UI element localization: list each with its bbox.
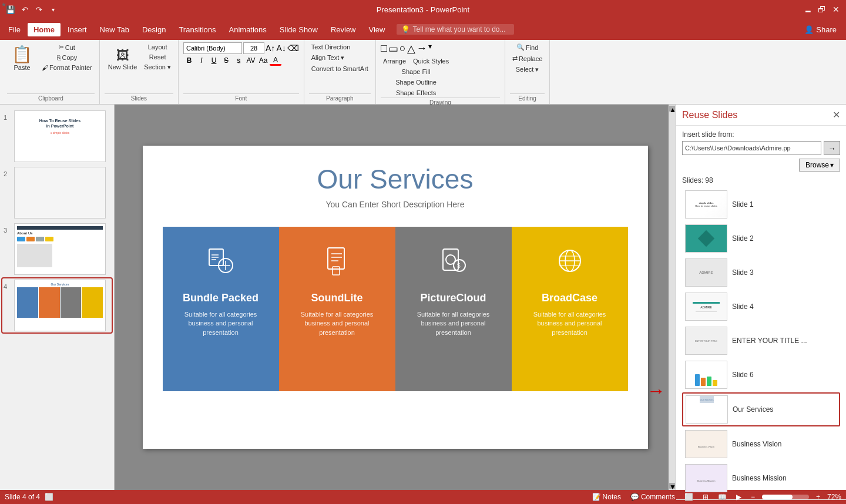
comments-button[interactable]: 💬 Comments: [628, 493, 677, 501]
decrease-font-icon[interactable]: A↓: [276, 43, 286, 53]
zoom-slider[interactable]: [762, 495, 809, 499]
slide-thumb-2[interactable]: 2: [2, 166, 112, 220]
new-slide-button[interactable]: 🖼 New Slide: [105, 42, 141, 78]
card-1-title: Bundle Packed: [183, 292, 258, 304]
menu-new-tab[interactable]: New Tab: [94, 23, 135, 36]
reuse-slide-9[interactable]: Business Mission Business Mission: [682, 462, 840, 495]
reuse-slide-thumb-4: ADMIRE: [685, 293, 727, 321]
increase-font-icon[interactable]: A↑: [266, 43, 275, 53]
reuse-slide-3[interactable]: ADMIRE Slide 3: [682, 256, 840, 289]
reuse-slide-6[interactable]: Slide 6: [682, 358, 840, 391]
card-3-desc: Suitable for all categories business and…: [405, 310, 502, 337]
share-button[interactable]: 👤 Share: [797, 23, 844, 36]
reuse-close-button[interactable]: ✕: [832, 109, 840, 120]
italic-button[interactable]: I: [196, 55, 207, 66]
menu-insert[interactable]: Insert: [62, 23, 93, 36]
notes-icon: 📝: [592, 493, 601, 501]
char-spacing-button[interactable]: AV: [245, 55, 257, 66]
title-bar: 💾 ↶ ↷ ▾ Presentation3 - PowerPoint 🗕 🗗 ✕: [0, 0, 846, 19]
service-card-2[interactable]: SoundLite Suitable for all categories bu…: [279, 227, 395, 391]
service-card-1[interactable]: Bundle Packed Suitable for all categorie…: [163, 227, 279, 391]
bold-button[interactable]: B: [183, 55, 195, 66]
menu-review[interactable]: Review: [325, 23, 362, 36]
shape-outline-button[interactable]: Shape Outline: [381, 78, 451, 87]
convert-smartart-button[interactable]: Convert to SmartArt: [309, 64, 371, 73]
shape-effects-button[interactable]: Shape Effects: [381, 88, 451, 98]
reuse-slide-1[interactable]: simple slides How to reuse slides Slide …: [682, 188, 840, 221]
zoom-in-button[interactable]: +: [814, 493, 822, 501]
shadow-button[interactable]: s: [233, 55, 244, 66]
reuse-panel: Reuse Slides ✕ Insert slide from: → Brow…: [676, 105, 846, 490]
slide-img-4: Our Services: [14, 280, 106, 331]
reading-view-button[interactable]: 📖: [716, 493, 729, 501]
reuse-slide-thumb-1: simple slides How to reuse slides: [685, 190, 727, 219]
slide-thumb-3[interactable]: 3★ About Us: [2, 222, 112, 276]
format-painter-button[interactable]: 🖌 Format Painter: [39, 63, 95, 72]
shapes-more-icon[interactable]: ▾: [428, 42, 432, 55]
shape-fill-button[interactable]: Shape Fill: [381, 67, 451, 76]
find-button[interactable]: 🔍 Find: [510, 42, 545, 52]
arrange-button[interactable]: Arrange: [381, 56, 408, 66]
paste-button[interactable]: 📋 Paste: [7, 42, 37, 73]
cut-button[interactable]: ✂ Cut: [39, 42, 95, 52]
redo-icon[interactable]: ↷: [33, 4, 45, 15]
reuse-slide-7[interactable]: Our Services Our Services: [682, 392, 840, 426]
section-button[interactable]: Section ▾: [142, 62, 173, 72]
menu-design[interactable]: Design: [136, 23, 172, 36]
font-color-button[interactable]: A: [270, 55, 281, 66]
change-case-button[interactable]: Aa: [257, 55, 269, 66]
reuse-slide-label-9: Business Mission: [732, 474, 787, 482]
restore-icon[interactable]: 🗗: [817, 4, 827, 15]
zoom-out-button[interactable]: −: [748, 493, 757, 501]
reuse-slide-4[interactable]: ADMIRE Slide 4: [682, 290, 840, 323]
quick-styles-button[interactable]: Quick Styles: [411, 56, 451, 66]
menu-animations[interactable]: Animations: [223, 23, 273, 36]
select-button[interactable]: Select ▾: [510, 65, 545, 75]
copy-button[interactable]: ⎘ Copy: [39, 53, 95, 62]
reset-button[interactable]: Reset: [142, 52, 173, 62]
slide-num-2: 2: [4, 167, 12, 177]
vertical-scrollbar[interactable]: ▲ ▼: [669, 105, 676, 490]
menu-view[interactable]: View: [363, 23, 391, 36]
browse-button[interactable]: Browse ▾: [799, 159, 840, 172]
slide-show-button[interactable]: ▶: [734, 493, 744, 501]
service-card-3[interactable]: $ PictureCloud Suitable for all categori…: [395, 227, 512, 391]
reuse-slide-thumb-5: ENTER YOUR TITLE: [685, 327, 727, 355]
share-label: Share: [816, 25, 837, 34]
align-text-button[interactable]: Align Text ▾: [309, 53, 347, 63]
menu-slide-show[interactable]: Slide Show: [274, 23, 324, 36]
search-label[interactable]: Tell me what you want to do...: [412, 25, 505, 33]
font-name-input[interactable]: [183, 42, 242, 54]
menu-transitions[interactable]: Transitions: [173, 23, 221, 36]
reuse-slide-2[interactable]: Slide 2: [682, 222, 840, 255]
slide-thumb-4[interactable]: 4 Our Services: [2, 278, 112, 332]
go-button[interactable]: →: [824, 141, 840, 155]
reuse-slide-8[interactable]: Business Vision Business Vision: [682, 428, 840, 461]
service-card-4[interactable]: BroadCase Suitable for all categories bu…: [512, 227, 628, 391]
card-1-desc: Suitable for all categories business and…: [172, 310, 270, 337]
normal-view-button[interactable]: ⬜: [682, 493, 696, 501]
path-input[interactable]: [682, 141, 821, 155]
undo-icon[interactable]: ↶: [19, 4, 31, 15]
minimize-icon[interactable]: 🗕: [803, 4, 813, 15]
slide-num-3: 3★: [4, 223, 12, 234]
customize-qat-icon[interactable]: ▾: [47, 4, 59, 15]
menu-home[interactable]: Home: [28, 23, 61, 36]
replace-button[interactable]: ⇄ Replace: [510, 53, 545, 63]
font-size-input[interactable]: [243, 42, 264, 54]
triangle-icon: △: [407, 42, 415, 55]
reuse-slide-5[interactable]: ENTER YOUR TITLE ENTER YOUR TITLE ...: [682, 324, 840, 357]
slide-thumb-1[interactable]: 1 How To Reuse SlidesIn PowerPoint ♦ sim…: [2, 109, 112, 163]
underline-button[interactable]: U: [208, 55, 220, 66]
notes-button[interactable]: 📝 Notes: [590, 493, 623, 501]
menu-file[interactable]: File: [2, 23, 26, 36]
slide-sorter-button[interactable]: ⊞: [700, 493, 711, 501]
close-icon[interactable]: ✕: [831, 4, 841, 15]
layout-button[interactable]: Layout: [142, 42, 173, 52]
save-icon[interactable]: 💾: [5, 4, 16, 15]
clear-format-icon[interactable]: ⌫: [287, 43, 299, 53]
card-2-icon: [321, 244, 354, 284]
svg-text:$: $: [457, 263, 461, 269]
strikethrough-button[interactable]: S: [220, 55, 232, 66]
text-direction-button[interactable]: Text Direction: [309, 42, 353, 52]
